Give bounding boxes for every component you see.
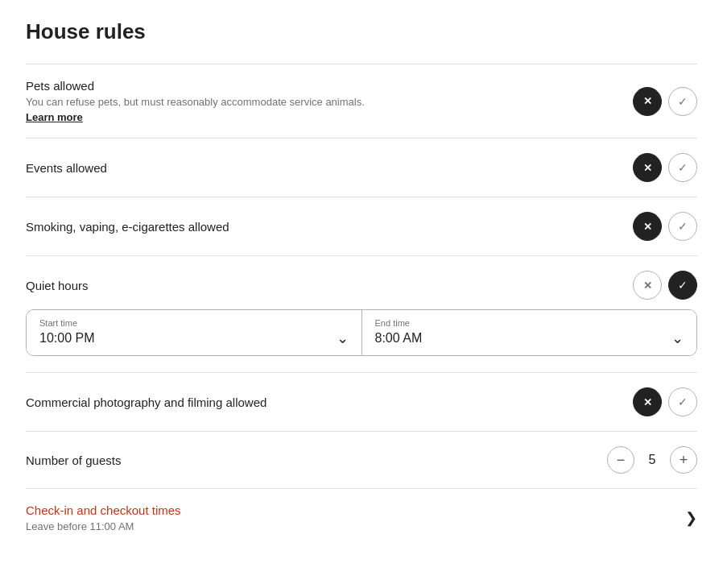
events-x-button[interactable]: ✕	[633, 153, 662, 182]
rule-row-smoking: Smoking, vaping, e-cigarettes allowed ✕ …	[26, 197, 697, 256]
x-icon: ✕	[643, 280, 652, 292]
end-time-value: 8:00 AM	[375, 331, 423, 346]
rule-title-checkin[interactable]: Check-in and checkout times	[26, 503, 181, 517]
end-time-chevron-down-icon: ⌄	[671, 329, 684, 347]
rule-label-smoking: Smoking, vaping, e-cigarettes allowed	[26, 220, 229, 234]
start-time-value: 10:00 PM	[39, 331, 94, 346]
rule-row-photography: Commercial photography and filming allow…	[26, 373, 697, 432]
rule-label-guests: Number of guests	[26, 453, 121, 467]
pets-x-button[interactable]: ✕	[633, 87, 662, 116]
smoking-check-button[interactable]: ✓	[668, 212, 697, 241]
end-time-value-row: 8:00 AM ⌄	[375, 329, 684, 347]
start-time-value-row: 10:00 PM ⌄	[39, 329, 349, 347]
rule-label-checkin: Check-in and checkout times Leave before…	[26, 503, 181, 532]
rule-controls-quiet-hours: ✕ ✓	[633, 271, 697, 300]
smoking-x-button[interactable]: ✕	[633, 212, 662, 241]
rule-row-guests: Number of guests − 5 +	[26, 432, 697, 489]
rule-subtitle-checkin: Leave before 11:00 AM	[26, 520, 181, 532]
rule-controls-smoking: ✕ ✓	[633, 212, 697, 241]
photography-x-button[interactable]: ✕	[633, 387, 662, 416]
check-icon: ✓	[678, 395, 688, 408]
rule-label-photography: Commercial photography and filming allow…	[26, 395, 266, 409]
pets-check-button[interactable]: ✓	[668, 87, 697, 116]
rule-label-pets: Pets allowed You can refuse pets, but mu…	[26, 79, 365, 123]
rule-title-quiet-hours: Quiet hours	[26, 279, 89, 292]
rule-controls-events: ✕ ✓	[633, 153, 697, 182]
rule-subtitle-pets: You can refuse pets, but must reasonably…	[26, 96, 365, 108]
check-icon: ✓	[678, 220, 688, 233]
rule-title-pets: Pets allowed	[26, 79, 365, 93]
quiet-hours-pickers: Start time 10:00 PM ⌄ End time 8:00 AM ⌄	[26, 309, 697, 356]
photography-check-button[interactable]: ✓	[668, 387, 697, 416]
guest-count-value: 5	[646, 453, 659, 467]
rule-controls-pets: ✕ ✓	[633, 87, 697, 116]
page-title: House rules	[26, 19, 697, 44]
minus-icon: −	[617, 452, 626, 469]
plus-icon: +	[680, 452, 688, 469]
x-icon: ✕	[643, 162, 652, 174]
quiet-hours-section: Quiet hours ✕ ✓ Start time 10:00 PM ⌄ En…	[26, 256, 697, 373]
rule-row-checkin: Check-in and checkout times Leave before…	[26, 489, 697, 547]
rule-controls-photography: ✕ ✓	[633, 387, 697, 416]
learn-more-link[interactable]: Learn more	[26, 111, 365, 123]
guest-plus-button[interactable]: +	[670, 446, 697, 474]
rule-label-events: Events allowed	[26, 161, 107, 175]
end-time-picker[interactable]: End time 8:00 AM ⌄	[362, 310, 697, 355]
check-icon: ✓	[678, 161, 688, 174]
quiet-hours-x-button[interactable]: ✕	[633, 271, 662, 300]
check-icon: ✓	[678, 95, 688, 108]
guest-minus-button[interactable]: −	[607, 446, 634, 474]
end-time-label: End time	[375, 318, 684, 328]
rule-title-guests: Number of guests	[26, 453, 121, 467]
events-check-button[interactable]: ✓	[668, 153, 697, 182]
guest-controls: − 5 +	[607, 446, 697, 474]
rule-title-events: Events allowed	[26, 161, 107, 175]
x-icon: ✕	[643, 221, 652, 233]
x-icon: ✕	[643, 95, 652, 107]
start-time-label: Start time	[39, 318, 349, 328]
x-icon: ✕	[643, 396, 652, 408]
rule-title-photography: Commercial photography and filming allow…	[26, 395, 266, 409]
quiet-hours-top: Quiet hours ✕ ✓	[26, 256, 697, 309]
rule-row-pets: Pets allowed You can refuse pets, but mu…	[26, 64, 697, 139]
start-time-chevron-down-icon: ⌄	[337, 329, 349, 347]
quiet-hours-picker-wrap: Start time 10:00 PM ⌄ End time 8:00 AM ⌄	[26, 309, 697, 369]
check-icon: ✓	[678, 279, 688, 292]
rule-row-events: Events allowed ✕ ✓	[26, 139, 697, 197]
start-time-picker[interactable]: Start time 10:00 PM ⌄	[27, 310, 362, 355]
checkin-chevron-right-icon[interactable]: ❯	[685, 509, 697, 527]
quiet-hours-check-button[interactable]: ✓	[668, 271, 697, 300]
rule-title-smoking: Smoking, vaping, e-cigarettes allowed	[26, 220, 229, 234]
